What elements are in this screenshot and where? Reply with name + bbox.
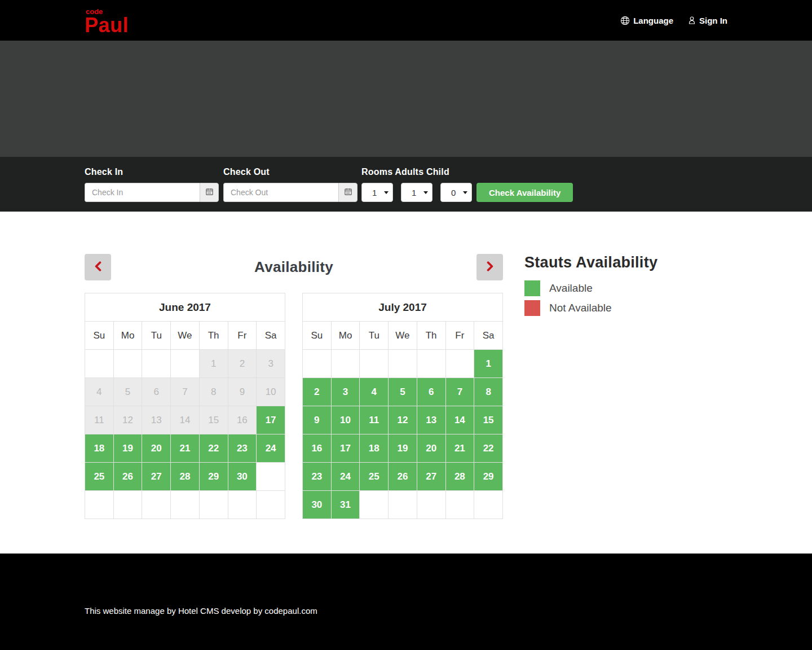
calendar-cell-day[interactable]: 8 xyxy=(474,378,503,406)
chevron-right-icon xyxy=(486,261,494,273)
calendar-cell-day[interactable]: 4 xyxy=(360,378,389,406)
calendar-cell-day[interactable]: 11 xyxy=(360,406,389,434)
calendar-cell-empty xyxy=(142,350,171,378)
calendar-week-row: 11121314151617 xyxy=(85,406,285,434)
calendar-cell-day[interactable]: 25 xyxy=(360,463,389,491)
calendar-cell-day[interactable]: 22 xyxy=(474,434,503,463)
calendar-cell-day[interactable]: 19 xyxy=(113,434,142,463)
check-in-calendar-addon[interactable] xyxy=(200,183,219,202)
calendar-cell-day[interactable]: 20 xyxy=(417,434,445,463)
calendar-cell-day[interactable]: 23 xyxy=(303,463,332,491)
calendar-week-row: 252627282930 xyxy=(85,463,285,491)
calendar-cell-day[interactable]: 30 xyxy=(303,491,332,519)
calendar-cell-day[interactable]: 17 xyxy=(331,434,360,463)
calendar-cell-day[interactable]: 30 xyxy=(228,463,257,491)
day-names-row: SuMoTuWeThFrSa xyxy=(85,322,285,350)
calendar-cell-day: 13 xyxy=(142,406,171,434)
calendar-cell-day[interactable]: 10 xyxy=(331,406,360,434)
sign-in-link[interactable]: Sign In xyxy=(688,16,727,25)
calendar-cell-day[interactable]: 18 xyxy=(360,434,389,463)
calendar-cell-day[interactable]: 29 xyxy=(474,463,503,491)
calendar-cell-day[interactable]: 19 xyxy=(389,434,417,463)
calendar-cell-empty xyxy=(303,350,332,378)
calendar-july: July 2017 SuMoTuWeThFrSa 123456789101112… xyxy=(302,293,503,519)
child-select-value: 0 xyxy=(451,188,456,197)
calendar-cell-empty xyxy=(389,350,417,378)
check-availability-button[interactable]: Check Availability xyxy=(476,183,573,202)
day-name: Mo xyxy=(113,322,142,350)
calendar-cell-day[interactable]: 5 xyxy=(389,378,417,406)
check-out-input[interactable] xyxy=(223,183,338,202)
calendar-cell-day[interactable]: 6 xyxy=(417,378,445,406)
calendar-cell-day[interactable]: 13 xyxy=(417,406,445,434)
month-title: June 2017 xyxy=(85,293,285,322)
calendar-cell-day: 5 xyxy=(113,378,142,406)
chevron-down-icon xyxy=(384,191,389,194)
calendar-cell-day[interactable]: 21 xyxy=(445,434,474,463)
calendar-cell-empty xyxy=(389,491,417,519)
calendar-cell-day[interactable]: 21 xyxy=(171,434,200,463)
calendar-cell-empty xyxy=(228,491,257,519)
status-legend: Stauts Availability AvailableNot Availab… xyxy=(503,254,727,320)
calendar-cell-day: 7 xyxy=(171,378,200,406)
hero-banner xyxy=(0,41,812,157)
footer: This website manage by Hotel CMS develop… xyxy=(0,554,812,650)
check-in-input[interactable] xyxy=(85,183,200,202)
child-select[interactable]: 0 xyxy=(440,183,472,202)
day-name: Tu xyxy=(360,322,389,350)
calendar-cell-day[interactable]: 27 xyxy=(417,463,445,491)
rooms-adults-child-label: Rooms Adults Child xyxy=(361,167,573,177)
day-name: Tu xyxy=(142,322,171,350)
calendar-cell-day: 2 xyxy=(228,350,257,378)
calendar-cell-day[interactable]: 1 xyxy=(474,350,503,378)
language-menu[interactable]: Language xyxy=(620,16,673,25)
calendar-cell-day[interactable]: 26 xyxy=(389,463,417,491)
calendar-cell-day[interactable]: 24 xyxy=(331,463,360,491)
calendar-cell-day[interactable]: 3 xyxy=(331,378,360,406)
calendar-cell-day: 1 xyxy=(199,350,228,378)
calendar-cell-day[interactable]: 31 xyxy=(331,491,360,519)
calendar-cell-day[interactable]: 23 xyxy=(228,434,257,463)
calendar-cell-day[interactable]: 20 xyxy=(142,434,171,463)
rooms-select[interactable]: 1 xyxy=(361,183,393,202)
calendar-cell-day[interactable]: 24 xyxy=(257,434,285,463)
calendar-cell-empty xyxy=(85,491,114,519)
calendar-cell-day: 8 xyxy=(199,378,228,406)
calendar-week-row: 3031 xyxy=(303,491,503,519)
next-month-button[interactable] xyxy=(476,254,503,280)
calendar-cell-day[interactable]: 12 xyxy=(389,406,417,434)
calendar-cell-day[interactable]: 28 xyxy=(171,463,200,491)
calendar-cell-empty xyxy=(257,491,285,519)
calendar-cell-day[interactable]: 7 xyxy=(445,378,474,406)
calendar-cell-day[interactable]: 29 xyxy=(199,463,228,491)
calendar-cell-day[interactable]: 27 xyxy=(142,463,171,491)
chevron-down-icon xyxy=(423,191,428,194)
calendar-cell-day: 4 xyxy=(85,378,114,406)
day-name: Th xyxy=(417,322,445,350)
calendar-week-row: 18192021222324 xyxy=(85,434,285,463)
calendar-cell-day[interactable]: 14 xyxy=(445,406,474,434)
calendar-cell-empty xyxy=(331,350,360,378)
calendar-cell-day[interactable]: 16 xyxy=(303,434,332,463)
calendar-cell-day[interactable]: 25 xyxy=(85,463,114,491)
calendar-cell-day[interactable]: 15 xyxy=(474,406,503,434)
prev-month-button[interactable] xyxy=(85,254,111,280)
check-out-calendar-addon[interactable] xyxy=(338,183,358,202)
calendar-week-row: 123 xyxy=(85,350,285,378)
calendar-cell-day[interactable]: 22 xyxy=(199,434,228,463)
calendar-cell-day[interactable]: 9 xyxy=(303,406,332,434)
calendar-cell-day[interactable]: 2 xyxy=(303,378,332,406)
site-logo[interactable]: code Paul xyxy=(85,6,129,36)
calendar-cell-day[interactable]: 28 xyxy=(445,463,474,491)
calendar-cell-day[interactable]: 18 xyxy=(85,434,114,463)
adults-select[interactable]: 1 xyxy=(401,183,433,202)
calendar-cell-day[interactable]: 26 xyxy=(113,463,142,491)
day-name: Sa xyxy=(474,322,503,350)
calendar-cell-empty xyxy=(257,463,285,491)
calendar-cell-empty xyxy=(445,350,474,378)
day-name: Su xyxy=(85,322,114,350)
calendar-cell-day[interactable]: 17 xyxy=(257,406,285,434)
day-name: We xyxy=(171,322,200,350)
calendar-cell-empty xyxy=(417,491,445,519)
calendar-week-row: 1 xyxy=(303,350,503,378)
